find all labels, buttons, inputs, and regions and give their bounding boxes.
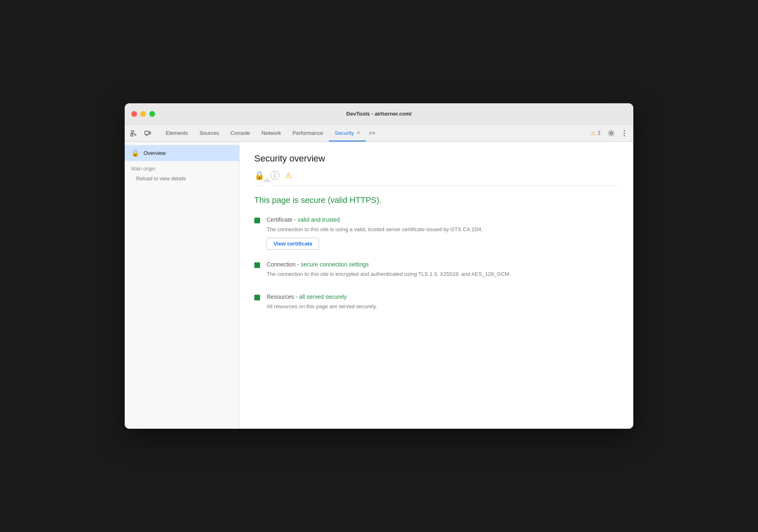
- svg-rect-10: [149, 132, 151, 134]
- certificate-body: Certificate - valid and trusted The conn…: [267, 216, 483, 250]
- svg-rect-2: [131, 132, 132, 132]
- titlebar: DevTools - airhorner.com/: [125, 103, 633, 125]
- main-area: 🔒 Overview Main origin Reload to view de…: [125, 142, 633, 429]
- connection-indicator: [254, 262, 260, 268]
- sidebar-reload-item[interactable]: Reload to view details: [125, 173, 239, 184]
- sidebar-item-overview[interactable]: 🔒 Overview: [125, 145, 239, 161]
- tab-security[interactable]: Security ✕: [329, 125, 366, 141]
- certificate-status: valid and trusted: [297, 216, 340, 223]
- sidebar: 🔒 Overview Main origin Reload to view de…: [125, 142, 240, 429]
- svg-rect-4: [133, 130, 134, 131]
- svg-rect-3: [132, 132, 133, 132]
- close-button[interactable]: [131, 111, 137, 117]
- resources-desc: All resources on this page are served se…: [267, 302, 377, 311]
- inspect-element-icon[interactable]: [128, 127, 139, 139]
- devtools-window: DevTools - airhorner.com/: [125, 103, 633, 429]
- resources-section: Resources - all served securely All reso…: [254, 293, 619, 315]
- svg-point-14: [624, 130, 625, 131]
- svg-rect-8: [131, 134, 133, 136]
- maximize-button[interactable]: [149, 111, 155, 117]
- resources-title: Resources - all served securely: [267, 293, 377, 300]
- tab-performance[interactable]: Performance: [287, 125, 329, 141]
- svg-point-16: [624, 135, 625, 136]
- svg-point-13: [610, 132, 612, 134]
- connection-body: Connection - secure connection settings …: [267, 261, 511, 282]
- secure-headline: This page is secure (valid HTTPS).: [254, 196, 619, 205]
- resources-body: Resources - all served securely All reso…: [267, 293, 377, 315]
- certificate-indicator: [254, 218, 260, 223]
- svg-rect-6: [131, 133, 132, 134]
- svg-point-15: [624, 132, 625, 134]
- svg-rect-7: [132, 133, 133, 134]
- connection-status: secure connection settings: [301, 261, 369, 268]
- window-title: DevTools - airhorner.com/: [346, 111, 411, 117]
- security-icons-row: 🔒 i ⚠: [254, 171, 619, 185]
- toolbar-icons: [128, 127, 158, 139]
- tabs-container: Elements Sources Console Network Perform…: [160, 125, 587, 141]
- svg-rect-9: [145, 131, 149, 134]
- certificate-title: Certificate - valid and trusted: [267, 216, 483, 223]
- divider: [254, 185, 619, 186]
- svg-rect-0: [131, 130, 132, 131]
- connection-title: Connection - secure connection settings: [267, 261, 511, 268]
- resources-indicator: [254, 295, 260, 300]
- tab-console[interactable]: Console: [225, 125, 256, 141]
- tab-sources[interactable]: Sources: [194, 125, 225, 141]
- certificate-desc: The connection to this site is using a v…: [267, 225, 483, 234]
- warning-icon: ⚠: [591, 130, 596, 136]
- content-area: Security overview 🔒 i ⚠ This page is sec…: [240, 142, 633, 429]
- view-certificate-button[interactable]: View certificate: [267, 238, 319, 250]
- page-title: Security overview: [254, 153, 619, 164]
- minimize-button[interactable]: [140, 111, 146, 117]
- toolbar: Elements Sources Console Network Perform…: [125, 125, 633, 142]
- tab-elements[interactable]: Elements: [160, 125, 194, 141]
- warning-triangle-icon: ⚠: [285, 171, 292, 180]
- divider-arrow: [263, 182, 271, 186]
- more-options-button[interactable]: [619, 127, 630, 139]
- connection-section: Connection - secure connection settings …: [254, 261, 619, 282]
- resources-status: all served securely: [299, 293, 347, 300]
- sidebar-main-origin-label: Main origin: [125, 161, 239, 173]
- warning-badge[interactable]: ⚠ 2: [587, 129, 604, 138]
- tab-close-icon[interactable]: ✕: [356, 130, 360, 136]
- tab-network[interactable]: Network: [256, 125, 287, 141]
- svg-rect-1: [132, 130, 133, 131]
- more-tabs-button[interactable]: >>: [366, 125, 379, 141]
- toolbar-right: ⚠ 2: [587, 127, 630, 139]
- certificate-section: Certificate - valid and trusted The conn…: [254, 216, 619, 250]
- lock-icon: 🔒: [131, 149, 139, 157]
- traffic-lights: [131, 111, 155, 117]
- settings-button[interactable]: [605, 127, 617, 139]
- svg-rect-5: [133, 132, 134, 132]
- info-icon: i: [270, 171, 279, 180]
- connection-desc: The connection to this site is encrypted…: [267, 270, 511, 278]
- device-toolbar-icon[interactable]: [142, 127, 153, 139]
